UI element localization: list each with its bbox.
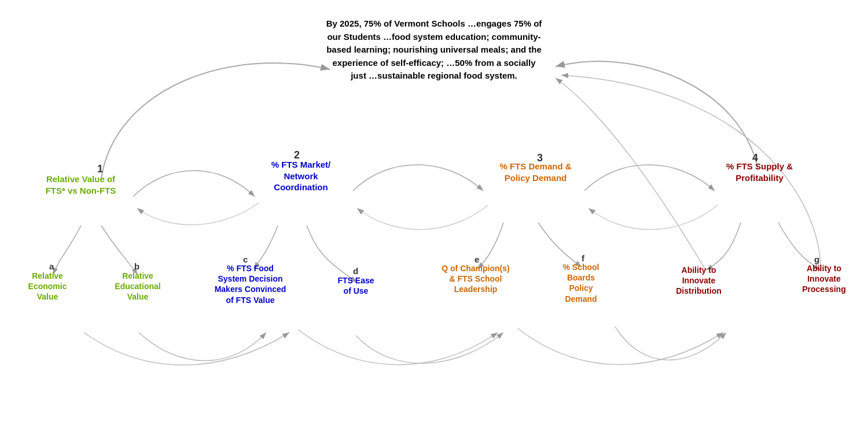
subg-dist-label: Ability toInnovateDistribution	[660, 265, 738, 297]
sub-letter-d: d	[353, 266, 358, 276]
node3-label: % FTS Demand &Policy Demand	[485, 161, 586, 183]
node1-label: Relative Value ofFTS* vs Non-FTS	[36, 173, 126, 196]
subd-label: FTS Easeof Use	[327, 275, 385, 296]
sub-letter-b: b	[134, 261, 139, 271]
goal-text: By 2025, 75% of Vermont Schools …engages…	[324, 17, 544, 83]
subg-label: Ability toInnovateProcessing	[784, 263, 864, 295]
node2-label: % FTS Market/NetworkCoordination	[255, 159, 347, 193]
diagram-container: By 2025, 75% of Vermont Schools …engages…	[0, 0, 868, 447]
node4-label: % FTS Supply &Profitability	[709, 161, 810, 183]
suba-label: RelativeEconomicValue	[13, 271, 82, 302]
sube-label: Q of Champion(s)& FTS SchoolLeadership	[433, 263, 518, 295]
subc-label: % FTS FoodSystem DecisionMakers Convince…	[205, 263, 295, 305]
subf-label: % SchoolBoardsPolicyDemand	[547, 262, 615, 304]
sub-letter-a: a	[49, 261, 54, 271]
subb-label: RelativeEducationalValue	[103, 271, 172, 302]
